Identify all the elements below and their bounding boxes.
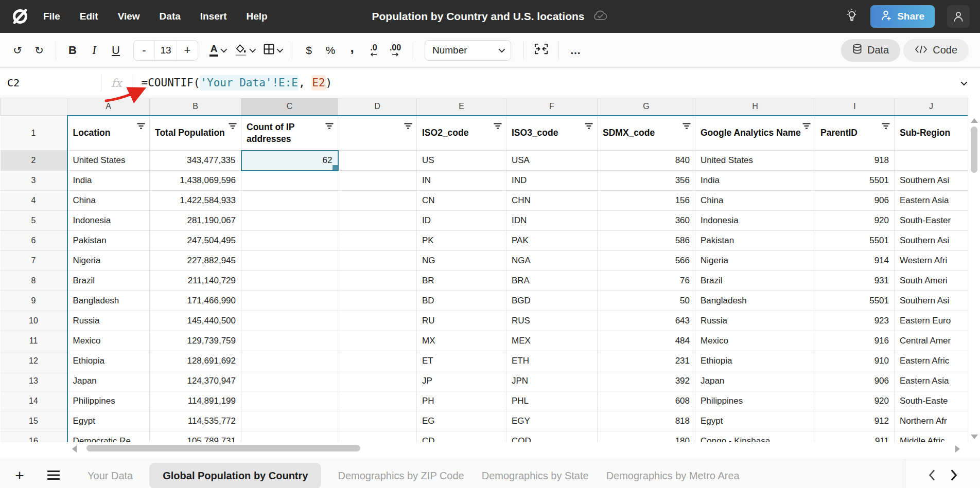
horizontal-scrollbar[interactable] bbox=[0, 442, 980, 455]
cell-population[interactable]: 129,739,759 bbox=[150, 331, 241, 351]
cell-iso3[interactable]: RUS bbox=[506, 311, 598, 331]
row-number[interactable]: 11 bbox=[1, 331, 67, 351]
header-cell-location[interactable]: Location bbox=[67, 116, 150, 151]
sheet-tab-demographics-zip[interactable]: Demographics by ZIP Code bbox=[337, 463, 465, 488]
cell-subregion[interactable]: Northern Afr bbox=[895, 411, 968, 431]
filter-icon[interactable] bbox=[494, 121, 502, 133]
column-letter[interactable]: E bbox=[417, 98, 506, 116]
cell-subregion[interactable]: Southern Asi bbox=[895, 231, 968, 251]
filter-icon[interactable] bbox=[882, 121, 890, 133]
column-letter[interactable]: B bbox=[150, 98, 241, 116]
cell-iso2[interactable]: PK bbox=[417, 231, 506, 251]
cell-ga-name[interactable]: Ethiopia bbox=[695, 351, 815, 371]
number-format-select[interactable]: Number bbox=[425, 40, 511, 61]
cell-sdmx[interactable]: 360 bbox=[598, 211, 695, 231]
cell-population[interactable]: 114,891,199 bbox=[150, 391, 241, 411]
scroll-down-icon[interactable] bbox=[971, 435, 978, 439]
cell-sdmx[interactable]: 156 bbox=[598, 191, 695, 211]
sheet-list-menu-button[interactable] bbox=[43, 471, 64, 481]
cell-population[interactable]: 145,440,500 bbox=[150, 311, 241, 331]
cell-population[interactable]: 1,438,069,596 bbox=[150, 171, 241, 191]
cell-parentid[interactable]: 5501 bbox=[815, 171, 895, 191]
cell-iso2[interactable]: MX bbox=[417, 331, 506, 351]
cell-empty[interactable] bbox=[338, 291, 417, 311]
cell-parentid[interactable]: 910 bbox=[815, 351, 895, 371]
cell-population[interactable]: 281,190,067 bbox=[150, 211, 241, 231]
cell-sdmx[interactable]: 608 bbox=[598, 391, 695, 411]
borders-button[interactable] bbox=[260, 41, 285, 60]
cell-empty[interactable] bbox=[338, 231, 417, 251]
cell-empty[interactable] bbox=[338, 371, 417, 391]
cell-empty[interactable] bbox=[338, 331, 417, 351]
cell-iso2[interactable]: CN bbox=[417, 191, 506, 211]
cell-sdmx[interactable]: 484 bbox=[598, 331, 695, 351]
header-cell-empty[interactable] bbox=[338, 116, 417, 151]
cell-location[interactable]: China bbox=[67, 191, 150, 211]
cell-ga-name[interactable]: Russia bbox=[695, 311, 815, 331]
app-logo-icon[interactable] bbox=[10, 7, 30, 26]
cell-parentid[interactable]: 920 bbox=[815, 211, 895, 231]
cell-empty[interactable] bbox=[338, 251, 417, 271]
cell-sdmx[interactable]: 231 bbox=[598, 351, 695, 371]
cell-population[interactable]: 227,882,945 bbox=[150, 251, 241, 271]
row-number[interactable]: 9 bbox=[1, 291, 67, 311]
menu-file[interactable]: File bbox=[43, 11, 60, 22]
add-sheet-button[interactable]: + bbox=[9, 467, 30, 484]
data-panel-button[interactable]: Data bbox=[841, 39, 900, 62]
header-cell-iso2[interactable]: ISO2_code bbox=[417, 116, 506, 151]
cell-sdmx[interactable]: 76 bbox=[598, 271, 695, 291]
scroll-up-icon[interactable] bbox=[971, 118, 978, 123]
sheet-tab-global-population[interactable]: Global Population by Country bbox=[149, 463, 321, 488]
cell-iso3[interactable]: ETH bbox=[506, 351, 598, 371]
cell-empty[interactable] bbox=[338, 211, 417, 231]
cell-population[interactable]: 1,422,584,933 bbox=[150, 191, 241, 211]
cell-iso2[interactable]: EG bbox=[417, 411, 506, 431]
cell-ip-count[interactable] bbox=[241, 211, 338, 231]
italic-button[interactable]: I bbox=[85, 41, 103, 60]
cell-ga-name[interactable]: Congo - Kinshasa bbox=[695, 431, 815, 443]
cell-population[interactable]: 124,370,947 bbox=[150, 371, 241, 391]
cell-subregion[interactable]: Western Afri bbox=[895, 251, 968, 271]
cell-sdmx[interactable]: 356 bbox=[598, 171, 695, 191]
cell-parentid[interactable]: 5501 bbox=[815, 231, 895, 251]
cell-iso3[interactable]: USA bbox=[506, 151, 598, 171]
sheet-tab-demographics-state[interactable]: Demographics by State bbox=[481, 463, 590, 488]
cell-subregion[interactable]: South Ameri bbox=[895, 271, 968, 291]
column-letter[interactable]: I bbox=[815, 98, 895, 116]
cell-population[interactable]: 128,691,692 bbox=[150, 351, 241, 371]
cell-ga-name[interactable]: United States bbox=[695, 151, 815, 171]
cell-iso2[interactable]: US bbox=[417, 151, 506, 171]
filter-icon[interactable] bbox=[802, 121, 811, 133]
cell-iso3[interactable]: NGA bbox=[506, 251, 598, 271]
menu-insert[interactable]: Insert bbox=[200, 11, 227, 22]
menu-edit[interactable]: Edit bbox=[80, 11, 98, 22]
cell-ga-name[interactable]: Nigeria bbox=[695, 251, 815, 271]
bold-button[interactable]: B bbox=[63, 41, 82, 60]
cell-population[interactable]: 105,789,731 bbox=[150, 431, 241, 443]
cell-ga-name[interactable]: Japan bbox=[695, 371, 815, 391]
currency-format-button[interactable]: $ bbox=[300, 41, 318, 60]
tabs-scroll-left-button[interactable] bbox=[928, 469, 935, 482]
cell-empty[interactable] bbox=[338, 191, 417, 211]
cell-sdmx[interactable]: 392 bbox=[598, 371, 695, 391]
cell-ga-name[interactable]: India bbox=[695, 171, 815, 191]
cell-parentid[interactable]: 914 bbox=[815, 251, 895, 271]
cell-empty[interactable] bbox=[338, 411, 417, 431]
cell-parentid[interactable]: 923 bbox=[815, 311, 895, 331]
filter-icon[interactable] bbox=[229, 121, 237, 133]
cell-location[interactable]: Egypt bbox=[67, 411, 150, 431]
fit-columns-button[interactable] bbox=[531, 41, 551, 60]
select-all-corner[interactable] bbox=[1, 98, 67, 116]
cell-parentid[interactable]: 5501 bbox=[815, 291, 895, 311]
horizontal-scroll-thumb[interactable] bbox=[86, 445, 360, 451]
cell-iso3[interactable]: CHN bbox=[506, 191, 598, 211]
cell-iso3[interactable]: BRA bbox=[506, 271, 598, 291]
menu-data[interactable]: Data bbox=[160, 11, 181, 22]
cell-iso3[interactable]: EGY bbox=[506, 411, 598, 431]
cell-population[interactable]: 211,140,729 bbox=[150, 271, 241, 291]
cell-ip-count[interactable] bbox=[241, 291, 338, 311]
cell-population[interactable]: 247,504,495 bbox=[150, 231, 241, 251]
cell-empty[interactable] bbox=[338, 271, 417, 291]
cell-ga-name[interactable]: China bbox=[695, 191, 815, 211]
cell-subregion[interactable]: Southern Asi bbox=[895, 291, 968, 311]
